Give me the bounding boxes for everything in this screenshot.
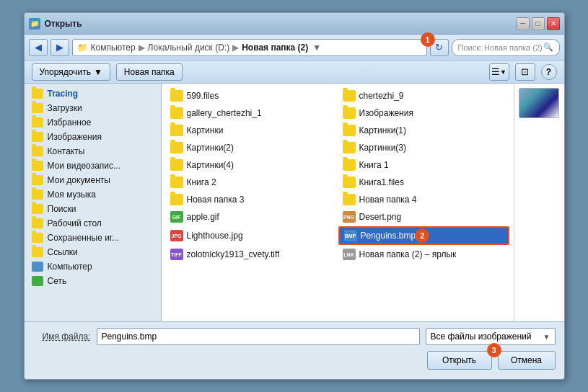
view-button[interactable]: ☰ ▼ [489,63,509,81]
file-item-label: Картинки(3) [359,143,407,153]
forward-button[interactable]: ▶ [51,39,69,56]
tiff-icon: TIFF [170,249,183,260]
title-bar-buttons: ─ □ ✕ [517,17,560,30]
sidebar-item-network[interactable]: Сеть [25,274,161,288]
help-button[interactable]: ? [541,64,557,80]
list-item[interactable]: 599.files [166,88,337,104]
search-box[interactable]: Поиск: Новая папка (2) 🔍 [452,39,560,56]
folder-icon [343,125,356,136]
list-item[interactable]: Картинки(2) [166,140,337,156]
sidebar-item-label: Tracing [48,89,79,99]
sidebar-item-downloads[interactable]: Загрузки [25,101,161,115]
address-chevron-1: ▶ [139,43,145,53]
file-item-label: Картинки(4) [187,160,234,170]
address-icon: 📁 [77,43,88,53]
sidebar-item-videos[interactable]: Мои видеозапис... [25,159,161,173]
sidebar-item-favorites[interactable]: Избранное [25,115,161,130]
view-arrow: ▼ [500,68,506,76]
file-item-label: Desert.png [359,212,402,222]
list-item[interactable]: Новая папка 3 [166,192,337,208]
list-item[interactable]: Книга 2 [166,174,337,190]
list-item[interactable]: Картинки(1) [338,122,509,138]
sidebar-item-tracing[interactable]: Tracing [25,86,161,101]
search-placeholder: Поиск: Новая папка (2) [458,43,543,52]
file-item-label: Новая папка (2) – ярлык [359,249,457,259]
list-item[interactable]: Картинки [166,122,337,138]
folder-icon [32,204,43,214]
window-view-button[interactable]: ⊡ [515,63,535,81]
sidebar-item-images[interactable]: Изображения [25,130,161,144]
folder-icon [170,90,183,102]
list-item[interactable]: Новая папка 4 [338,192,509,208]
folder-icon [343,159,356,171]
list-item[interactable]: Изображения [338,105,509,121]
open-dialog-window: 📁 Открыть ─ □ ✕ ◀ ▶ 📁 Компьютер ▶ Локаль… [24,12,565,380]
file-item-label: Картинки(1) [359,125,407,135]
list-item[interactable]: Картинки(4) [166,157,337,173]
folder-icon [343,90,356,102]
maximize-button[interactable]: □ [532,17,545,30]
sidebar-item-contacts[interactable]: Контакты [25,144,161,159]
view-icon: ☰ [491,66,500,77]
sidebar-item-desktop[interactable]: Рабочий стол [25,216,161,231]
sidebar-item-documents[interactable]: Мои документы [25,173,161,187]
folder-icon [32,117,43,128]
sidebar-item-label: Мои видеозапис... [48,161,121,171]
address-part-2: Локальный диск (D:) [148,43,230,53]
open-button[interactable]: Открыть 3 [427,351,492,370]
help-icon: ? [546,67,551,77]
new-folder-button[interactable]: Новая папка [116,63,183,81]
minimize-button[interactable]: ─ [517,17,530,30]
sidebar-item-music[interactable]: Моя музыка [25,187,161,202]
title-bar: 📁 Открыть ─ □ ✕ [25,13,564,35]
close-button[interactable]: ✕ [547,17,560,30]
folder-icon [32,89,43,99]
sidebar-item-label: Контакты [48,146,85,156]
sidebar-item-links[interactable]: Ссылки [25,245,161,259]
list-item[interactable]: JPGLighthouse.jpg [166,226,337,245]
list-item[interactable]: gallery_chertezhi_1 [166,105,337,121]
organize-chevron: ▼ [94,67,102,77]
list-item[interactable]: PNGDesert.png [338,209,509,225]
folder-icon [170,159,183,171]
sidebar-item-searches[interactable]: Поиски [25,202,161,216]
filename-input[interactable] [97,328,420,345]
list-item[interactable]: GIFapple.gif [166,209,337,225]
thumbnail-area [514,84,564,321]
open-label: Открыть [442,355,476,365]
cancel-label: Отмена [511,355,542,365]
list-item[interactable]: Книга1.files [338,174,509,190]
bottom-bar: Имя файла: Все файлы изображений ▼ Откры… [25,321,564,379]
address-box[interactable]: 📁 Компьютер ▶ Локальный диск (D:) ▶ Нова… [72,39,427,56]
list-item[interactable]: LNKНовая папка (2) – ярлык [338,246,509,262]
filetype-select[interactable]: Все файлы изображений ▼ [426,328,556,345]
file-item-label: Картинки [187,125,224,135]
badge-2: 2 [415,228,429,243]
sidebar-item-label: Поиски [48,204,76,214]
list-item[interactable]: Книга 1 [338,157,509,173]
back-button[interactable]: ◀ [29,39,48,56]
sidebar-item-savedgames[interactable]: Сохраненные иг... [25,231,161,245]
address-chevron-2: ▶ [232,43,239,53]
address-part-1: Компьютер [91,43,136,53]
cancel-button[interactable]: Отмена [498,351,556,370]
sidebar-item-label: Компьютер [48,262,92,272]
address-dropdown-arrow[interactable]: ▼ [312,43,321,53]
organize-button[interactable]: Упорядочить ▼ [32,63,110,81]
list-item[interactable]: BMPPenguins.bmp2 [338,226,509,245]
file-area[interactable]: 599.fileschertezhi_9gallery_chertezhi_1И… [162,84,514,321]
badge-1: 1 [421,32,435,47]
folder-icon [343,194,356,205]
file-grid: 599.fileschertezhi_9gallery_chertezhi_1И… [166,88,509,262]
folder-icon [32,218,43,228]
list-item[interactable]: Картинки(3) [338,140,509,156]
list-item[interactable]: chertezhi_9 [338,88,509,104]
file-item-label: Lighthouse.jpg [187,231,243,241]
file-label: Имя файла: [33,331,91,342]
file-item-label: Книга 2 [187,177,216,187]
list-item[interactable]: TIFFzolotnicky1913_cvety.tiff [166,246,337,262]
sidebar-item-computer[interactable]: Компьютер [25,259,161,274]
search-icon: 🔍 [543,43,553,52]
file-item-label: Книга 1 [359,160,389,170]
file-item-label: Изображения [359,108,413,118]
